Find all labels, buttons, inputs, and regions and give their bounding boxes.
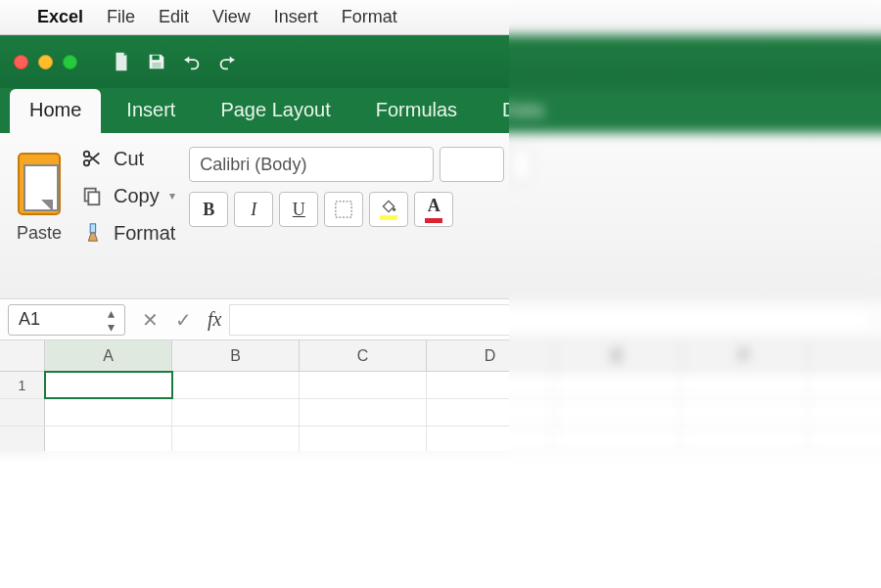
row-header-2[interactable] bbox=[0, 399, 45, 426]
save-icon[interactable] bbox=[146, 51, 167, 72]
font-color-button[interactable]: A bbox=[414, 192, 453, 227]
bold-button[interactable]: B bbox=[189, 192, 228, 227]
name-box[interactable]: A1 ▴▾ bbox=[8, 304, 125, 336]
menu-file[interactable]: File bbox=[107, 7, 135, 27]
menu-view[interactable]: View bbox=[212, 7, 251, 27]
close-window-button[interactable] bbox=[14, 55, 28, 69]
format-label: Format bbox=[114, 222, 175, 245]
clipboard-actions: Cut Copy ▾ Format bbox=[80, 147, 175, 291]
svg-rect-1 bbox=[152, 63, 161, 68]
svg-rect-0 bbox=[152, 56, 159, 61]
column-headers: A B C D E F bbox=[0, 340, 881, 372]
cell-e2[interactable] bbox=[554, 399, 681, 426]
redo-icon[interactable] bbox=[216, 51, 238, 72]
font-group: Calibri (Body) B I U A bbox=[189, 147, 869, 291]
font-size-stepper[interactable] bbox=[510, 147, 532, 182]
tab-page-layout[interactable]: Page Layout bbox=[201, 89, 349, 133]
tab-data[interactable]: Data bbox=[483, 89, 563, 133]
paintbrush-icon bbox=[80, 221, 104, 245]
formula-input[interactable] bbox=[229, 304, 873, 336]
clipboard-group: Paste bbox=[12, 147, 67, 291]
cancel-formula-button[interactable]: ✕ bbox=[133, 308, 166, 332]
app-menu[interactable]: Excel bbox=[37, 7, 83, 27]
cell-e1[interactable] bbox=[554, 372, 681, 398]
cell-c3[interactable] bbox=[300, 427, 427, 453]
cell-d2[interactable] bbox=[427, 399, 554, 426]
cell-a1[interactable] bbox=[45, 372, 172, 398]
copy-icon bbox=[80, 184, 104, 207]
enter-formula-button[interactable]: ✓ bbox=[166, 308, 200, 332]
cell-c2[interactable] bbox=[300, 399, 427, 426]
cut-button[interactable]: Cut bbox=[80, 147, 175, 170]
column-header-a[interactable]: A bbox=[45, 340, 172, 371]
svg-rect-6 bbox=[90, 224, 96, 233]
scissors-icon bbox=[80, 147, 104, 170]
format-painter-button[interactable]: Format bbox=[80, 221, 175, 245]
borders-button[interactable] bbox=[324, 192, 363, 227]
cell-b2[interactable] bbox=[172, 399, 300, 426]
tab-insert[interactable]: Insert bbox=[107, 89, 195, 133]
cell-b1[interactable] bbox=[172, 372, 300, 398]
macos-menubar: Excel File Edit View Insert Format bbox=[0, 0, 881, 35]
column-header-e[interactable]: E bbox=[554, 340, 681, 371]
cell-a2[interactable] bbox=[45, 399, 172, 426]
column-header-c[interactable]: C bbox=[300, 340, 427, 371]
grid-row-2 bbox=[0, 399, 881, 427]
menu-edit[interactable]: Edit bbox=[159, 7, 189, 27]
cell-d3[interactable] bbox=[427, 427, 554, 453]
column-header-d[interactable]: D bbox=[427, 340, 554, 371]
cell-c1[interactable] bbox=[300, 372, 427, 398]
svg-point-8 bbox=[393, 207, 395, 210]
fx-label[interactable]: fx bbox=[200, 308, 229, 331]
chevron-down-icon: ▾ bbox=[169, 189, 175, 203]
svg-rect-7 bbox=[336, 202, 351, 217]
paste-label: Paste bbox=[17, 223, 62, 244]
italic-button[interactable]: I bbox=[234, 192, 273, 227]
column-header-b[interactable]: B bbox=[172, 340, 300, 371]
select-all-corner[interactable] bbox=[0, 340, 45, 371]
cell-d1[interactable] bbox=[427, 372, 554, 398]
bucket-icon bbox=[381, 200, 396, 213]
window-controls bbox=[14, 55, 77, 69]
ribbon-tabs: Home Insert Page Layout Formulas Data bbox=[0, 88, 881, 133]
new-file-icon[interactable] bbox=[111, 51, 132, 72]
svg-rect-5 bbox=[88, 192, 99, 204]
zoom-window-button[interactable] bbox=[63, 55, 77, 69]
menu-format[interactable]: Format bbox=[342, 7, 397, 27]
excel-window: Excel File Edit View Insert Format Home … bbox=[0, 0, 881, 588]
cell-f2[interactable] bbox=[681, 399, 809, 426]
cell-b3[interactable] bbox=[172, 427, 300, 453]
copy-button[interactable]: Copy ▾ bbox=[80, 184, 175, 207]
cut-label: Cut bbox=[114, 148, 144, 170]
cell-f1[interactable] bbox=[681, 372, 809, 398]
underline-button[interactable]: U bbox=[279, 192, 318, 227]
titlebar bbox=[0, 35, 881, 88]
cell-e3[interactable] bbox=[554, 427, 681, 453]
row-header-3[interactable] bbox=[0, 427, 45, 453]
fill-color-button[interactable] bbox=[369, 192, 408, 227]
grid-row-1: 1 bbox=[0, 372, 881, 399]
cell-f3[interactable] bbox=[681, 427, 809, 453]
formula-bar: A1 ▴▾ ✕ ✓ fx bbox=[0, 299, 881, 340]
menu-insert[interactable]: Insert bbox=[274, 7, 318, 27]
tab-home[interactable]: Home bbox=[10, 89, 101, 133]
cell-a3[interactable] bbox=[45, 427, 172, 453]
minimize-window-button[interactable] bbox=[38, 55, 53, 69]
paste-button[interactable] bbox=[12, 147, 67, 215]
ribbon: Paste Cut Copy ▾ Format bbox=[0, 133, 881, 299]
row-header-1[interactable]: 1 bbox=[0, 372, 45, 398]
namebox-stepper-icon[interactable]: ▴▾ bbox=[108, 306, 115, 334]
font-name-select[interactable]: Calibri (Body) bbox=[189, 147, 434, 182]
tab-formulas[interactable]: Formulas bbox=[356, 89, 477, 133]
column-header-f[interactable]: F bbox=[681, 340, 809, 371]
font-size-select[interactable] bbox=[440, 147, 504, 182]
copy-label: Copy bbox=[114, 185, 160, 207]
undo-icon[interactable] bbox=[181, 51, 203, 72]
grid-row-3 bbox=[0, 427, 881, 454]
